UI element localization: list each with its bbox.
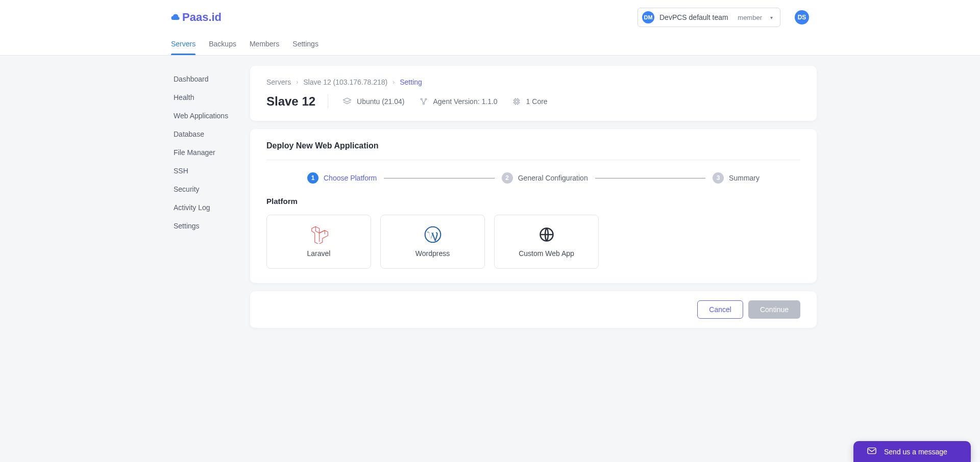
team-selector[interactable]: DM DevPCS default team member ▾	[638, 8, 780, 27]
breadcrumb: Servers › Slave 12 (103.176.78.218) › Se…	[266, 78, 800, 86]
cancel-button[interactable]: Cancel	[697, 300, 743, 319]
crumb-servers[interactable]: Servers	[266, 78, 291, 86]
nodes-icon	[419, 97, 428, 106]
team-role: member	[738, 14, 762, 21]
top-nav: Servers Backups Members Settings	[171, 36, 809, 55]
continue-button[interactable]: Continue	[748, 300, 800, 319]
topbar: Paas.id DM DevPCS default team member ▾ …	[0, 0, 980, 56]
crumb-server[interactable]: Slave 12 (103.176.78.218)	[303, 78, 387, 86]
svg-point-0	[421, 98, 422, 100]
laravel-icon	[309, 226, 329, 243]
sidenav-ssh[interactable]: SSH	[174, 162, 240, 180]
deploy-title: Deploy New Web Application	[266, 141, 800, 150]
globe-icon	[539, 226, 554, 243]
platform-card-laravel[interactable]: Laravel	[266, 215, 371, 269]
server-os-meta: Ubuntu (21.04)	[342, 97, 404, 106]
team-name: DevPCS default team	[659, 13, 732, 21]
actions-card: Cancel Continue	[250, 291, 817, 328]
server-agent-meta: Agent Version: 1.1.0	[419, 97, 498, 106]
sidenav-settings[interactable]: Settings	[174, 217, 240, 235]
layers-icon	[342, 97, 352, 106]
wizard-step-1-num: 1	[307, 172, 318, 184]
wizard-step-3-num: 3	[713, 172, 724, 184]
brand-name: Paas.id	[182, 11, 222, 24]
nav-settings[interactable]: Settings	[292, 36, 318, 55]
wizard-step-1-label: Choose Platform	[324, 174, 377, 182]
user-avatar[interactable]: DS	[795, 10, 809, 24]
sidenav-database[interactable]: Database	[174, 125, 240, 143]
nav-servers[interactable]: Servers	[171, 36, 195, 55]
svg-rect-3	[514, 99, 519, 104]
platform-label: Custom Web App	[519, 249, 574, 258]
wizard-step-3[interactable]: 3 Summary	[713, 172, 760, 184]
sidenav-web-applications[interactable]: Web Applications	[174, 107, 240, 125]
server-agent: Agent Version: 1.1.0	[433, 97, 498, 106]
chevron-right-icon: ›	[296, 79, 298, 86]
side-nav: Dashboard Health Web Applications Databa…	[174, 66, 240, 235]
wizard-step-2-label: General Configuration	[518, 174, 588, 182]
deploy-card: Deploy New Web Application 1 Choose Plat…	[250, 129, 817, 283]
nav-members[interactable]: Members	[250, 36, 279, 55]
platform-label: Laravel	[307, 249, 331, 258]
sidenav-security[interactable]: Security	[174, 180, 240, 198]
team-avatar: DM	[642, 11, 654, 23]
svg-point-2	[423, 103, 424, 105]
sidenav-health[interactable]: Health	[174, 88, 240, 107]
wizard-step-2-num: 2	[502, 172, 513, 184]
sidenav-file-manager[interactable]: File Manager	[174, 143, 240, 162]
platform-grid: Laravel Wordpress	[266, 215, 800, 269]
server-os: Ubuntu (21.04)	[357, 97, 404, 106]
platform-label: Wordpress	[415, 249, 450, 258]
wordpress-icon	[424, 226, 442, 243]
sidenav-dashboard[interactable]: Dashboard	[174, 70, 240, 88]
wizard-step-1[interactable]: 1 Choose Platform	[307, 172, 377, 184]
wizard-divider	[384, 178, 494, 178]
platform-title: Platform	[266, 197, 800, 206]
server-cores: 1 Core	[526, 97, 548, 106]
wizard-step-3-label: Summary	[729, 174, 760, 182]
cloud-icon	[171, 13, 180, 22]
cpu-icon	[512, 97, 521, 106]
server-title: Slave 12	[266, 94, 328, 109]
sidenav-activity-log[interactable]: Activity Log	[174, 198, 240, 217]
svg-point-1	[425, 98, 427, 100]
chevron-right-icon: ›	[393, 79, 395, 86]
deploy-wizard: 1 Choose Platform 2 General Configuratio…	[266, 160, 800, 184]
server-header-card: Servers › Slave 12 (103.176.78.218) › Se…	[250, 66, 817, 121]
brand-logo[interactable]: Paas.id	[171, 11, 222, 24]
wizard-divider	[595, 178, 705, 178]
chevron-down-icon: ▾	[770, 15, 773, 20]
crumb-current: Setting	[400, 78, 422, 86]
wizard-step-2[interactable]: 2 General Configuration	[502, 172, 588, 184]
platform-card-custom[interactable]: Custom Web App	[494, 215, 599, 269]
svg-rect-4	[515, 100, 518, 103]
nav-backups[interactable]: Backups	[209, 36, 236, 55]
server-core-meta: 1 Core	[512, 97, 548, 106]
platform-card-wordpress[interactable]: Wordpress	[380, 215, 485, 269]
